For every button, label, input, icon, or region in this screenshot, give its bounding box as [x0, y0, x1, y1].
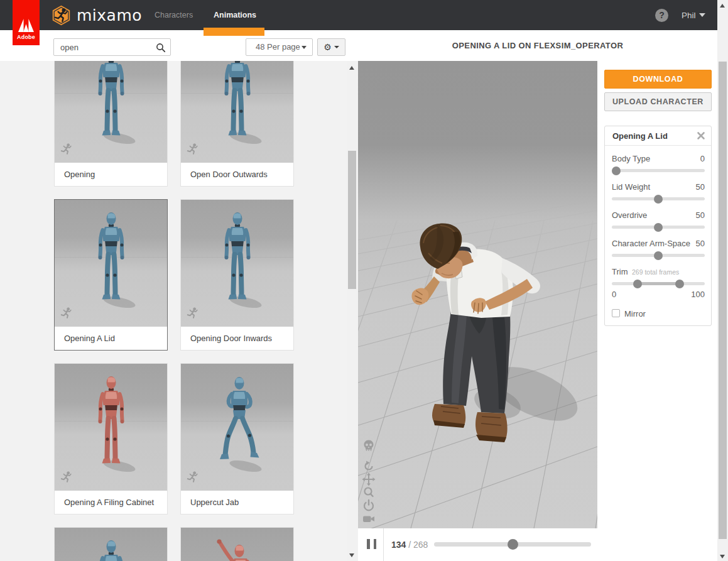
viewport-3d[interactable]: [358, 61, 597, 528]
animation-card[interactable]: Uppercut Jab: [180, 363, 294, 515]
trim-track[interactable]: [612, 282, 705, 285]
search-icon[interactable]: [156, 43, 166, 53]
animation-thumbnail[interactable]: [181, 528, 293, 561]
rotate-icon[interactable]: [362, 459, 376, 473]
adobe-logo[interactable]: Adobe: [13, 0, 40, 45]
viewer-area: OPENING A LID ON FLEXSIM_OPERATOR: [358, 30, 717, 561]
timeline-slider[interactable]: [434, 542, 591, 547]
animation-card-title: Open Door Outwards: [181, 163, 293, 186]
animation-card[interactable]: Opening: [54, 61, 168, 187]
animation-thumbnail[interactable]: [181, 61, 293, 163]
frame-current: 134: [391, 540, 406, 550]
caret-down-icon: [302, 46, 307, 49]
running-man-icon: [60, 307, 73, 320]
animation-card[interactable]: Open Door Outwards: [180, 61, 294, 187]
animation-thumbnail[interactable]: [55, 364, 167, 491]
tab-characters[interactable]: Characters: [155, 0, 193, 30]
pause-icon[interactable]: [367, 539, 376, 549]
adobe-wordmark: Adobe: [17, 34, 35, 40]
trim-start-handle[interactable]: [633, 280, 642, 288]
search-toolbar: 48 Per page ⚙: [0, 30, 358, 61]
per-page-select[interactable]: 48 Per page: [246, 38, 313, 56]
scroll-down-arrow-icon[interactable]: [349, 553, 354, 557]
mannequin-figure: [83, 538, 139, 561]
per-page-value: 48 Per page: [256, 42, 300, 52]
page-scrollbar[interactable]: [717, 0, 728, 561]
animation-card[interactable]: Opening A Lid: [54, 199, 168, 351]
page-scrollbar-thumb[interactable]: [719, 62, 727, 539]
animation-card-title: Uppercut Jab: [181, 491, 293, 514]
close-icon[interactable]: [697, 131, 705, 140]
animation-thumbnail[interactable]: [181, 364, 293, 491]
slider-track[interactable]: [612, 226, 705, 229]
skull-icon[interactable]: [362, 438, 376, 452]
mannequin-figure: [83, 61, 139, 153]
animation-card-title: Opening: [55, 163, 167, 186]
slider-label: Character Arm-Space: [612, 239, 690, 248]
animation-card-title: Opening A Filing Cabinet: [55, 491, 167, 514]
help-icon[interactable]: ?: [655, 9, 668, 22]
scroll-up-arrow-icon[interactable]: [349, 66, 354, 70]
trim-max: 100: [691, 290, 705, 299]
mannequin-figure: [209, 374, 266, 481]
animation-settings-panel: DOWNLOAD UPLOAD CHARACTER Opening A Lid …: [597, 61, 717, 561]
download-button[interactable]: DOWNLOAD: [604, 70, 712, 89]
slider-value: 50: [696, 239, 705, 248]
trim-end-handle[interactable]: [675, 280, 684, 288]
mannequin-figure: [209, 210, 266, 317]
upload-character-button[interactable]: UPLOAD CHARACTER: [604, 92, 712, 111]
animation-card[interactable]: [180, 527, 294, 561]
move-icon[interactable]: [362, 472, 376, 486]
animation-card[interactable]: [54, 527, 168, 561]
slider-handle[interactable]: [654, 223, 663, 232]
caret-down-icon: [334, 46, 339, 48]
panel-header: Opening A Lid: [605, 126, 711, 146]
search-input[interactable]: [54, 39, 153, 55]
slider-track[interactable]: [612, 197, 705, 200]
animation-card[interactable]: Opening Door Inwards: [180, 199, 294, 351]
running-man-icon: [186, 143, 200, 156]
mannequin-figure: [83, 210, 139, 317]
mannequin-figure: [83, 374, 139, 481]
animation-properties-panel: Opening A Lid Body Type 0 Lid Weight 50: [604, 126, 712, 326]
adobe-a-icon: [18, 19, 34, 32]
camera-icon[interactable]: [362, 512, 376, 526]
gear-icon: ⚙: [323, 43, 332, 52]
slider-handle[interactable]: [612, 166, 621, 175]
timeline-handle[interactable]: [508, 539, 518, 550]
scene-3d: [358, 61, 597, 528]
slider-handle[interactable]: [654, 195, 663, 204]
animation-card[interactable]: Opening A Filing Cabinet: [54, 363, 168, 515]
list-scrollbar-thumb[interactable]: [348, 151, 356, 289]
animation-results-list: OpeningOpen Door OutwardsOpening A LidOp…: [0, 61, 358, 561]
mixamo-hexagon-icon: [52, 5, 71, 26]
trim-label: Trim: [612, 267, 628, 276]
user-menu[interactable]: Phil: [682, 0, 705, 30]
scroll-down-arrow-icon[interactable]: [720, 555, 725, 558]
animation-thumbnail[interactable]: [55, 200, 167, 327]
frame-counter: 134 / 268: [391, 528, 428, 561]
settings-button[interactable]: ⚙: [317, 38, 345, 56]
slider-value: 50: [696, 182, 705, 192]
slider-track[interactable]: [612, 254, 705, 257]
animation-thumbnail[interactable]: [55, 61, 167, 163]
mirror-checkbox[interactable]: [612, 309, 620, 317]
list-scrollbar[interactable]: [347, 61, 357, 561]
slider-handle[interactable]: [654, 251, 663, 260]
zoom-icon[interactable]: [362, 486, 376, 499]
slider-label: Body Type: [612, 154, 650, 163]
slider-value: 50: [696, 210, 705, 220]
power-icon[interactable]: [362, 499, 376, 513]
animation-card-title: Opening A Lid: [55, 327, 167, 350]
trim-minmax: 0 100: [612, 290, 705, 299]
scroll-up-arrow-icon[interactable]: [720, 4, 725, 8]
mixamo-app: mixamo Characters Animations ? Phil Adob…: [0, 0, 728, 561]
tab-animations[interactable]: Animations: [214, 0, 256, 30]
animation-thumbnail[interactable]: [181, 200, 293, 327]
animation-thumbnail[interactable]: [55, 528, 167, 561]
mixamo-logo[interactable]: mixamo: [52, 5, 142, 26]
panel-title: Opening A Lid: [612, 126, 668, 146]
running-man-icon: [186, 471, 200, 484]
trim-range: [638, 282, 680, 285]
slider-track[interactable]: [612, 169, 705, 172]
